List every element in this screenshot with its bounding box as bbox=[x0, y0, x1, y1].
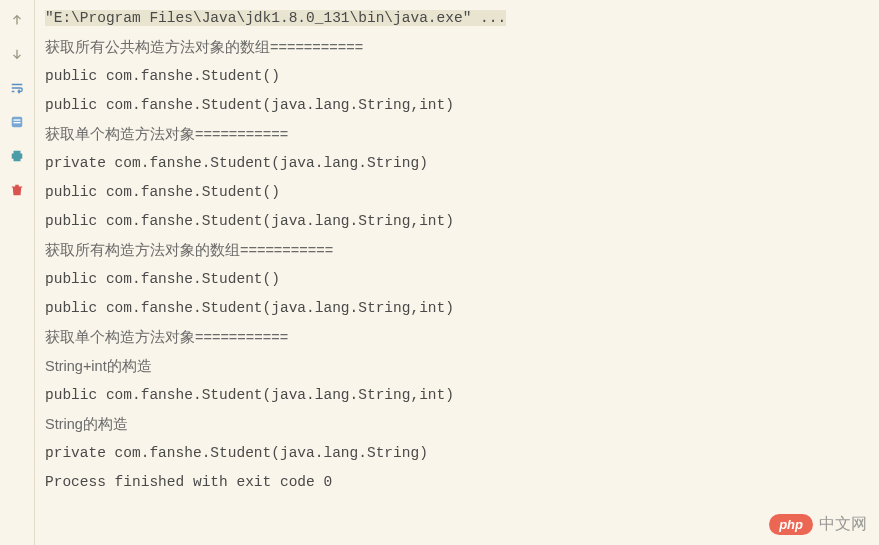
svg-rect-1 bbox=[14, 119, 21, 120]
console-gutter bbox=[0, 0, 35, 545]
output-line: 获取所有公共构造方法对象的数组=========== bbox=[45, 33, 869, 62]
output-line: public com.fanshe.Student(java.lang.Stri… bbox=[45, 381, 869, 410]
output-line: String+int的构造 bbox=[45, 352, 869, 381]
output-line: public com.fanshe.Student() bbox=[45, 62, 869, 91]
output-line: 获取所有构造方法对象的数组=========== bbox=[45, 236, 869, 265]
watermark-text: 中文网 bbox=[819, 514, 867, 535]
arrow-up-icon[interactable] bbox=[9, 12, 25, 28]
output-line: String的构造 bbox=[45, 410, 869, 439]
arrow-down-icon[interactable] bbox=[9, 46, 25, 62]
soft-wrap-icon[interactable] bbox=[9, 80, 25, 96]
console-panel: "E:\Program Files\Java\jdk1.8.0_131\bin\… bbox=[0, 0, 879, 545]
output-line: private com.fanshe.Student(java.lang.Str… bbox=[45, 149, 869, 178]
print-icon[interactable] bbox=[9, 148, 25, 164]
output-line: public com.fanshe.Student(java.lang.Stri… bbox=[45, 294, 869, 323]
output-line: private com.fanshe.Student(java.lang.Str… bbox=[45, 439, 869, 468]
command-line: "E:\Program Files\Java\jdk1.8.0_131\bin\… bbox=[45, 4, 869, 33]
scroll-to-end-icon[interactable] bbox=[9, 114, 25, 130]
output-line: 获取单个构造方法对象=========== bbox=[45, 323, 869, 352]
watermark: php 中文网 bbox=[769, 514, 867, 535]
output-line: public com.fanshe.Student(java.lang.Stri… bbox=[45, 207, 869, 236]
output-line: 获取单个构造方法对象=========== bbox=[45, 120, 869, 149]
output-line: public com.fanshe.Student(java.lang.Stri… bbox=[45, 91, 869, 120]
console-output[interactable]: "E:\Program Files\Java\jdk1.8.0_131\bin\… bbox=[35, 0, 879, 545]
output-line: public com.fanshe.Student() bbox=[45, 178, 869, 207]
svg-rect-2 bbox=[14, 122, 21, 123]
output-line: public com.fanshe.Student() bbox=[45, 265, 869, 294]
output-line: Process finished with exit code 0 bbox=[45, 468, 869, 497]
watermark-badge: php bbox=[769, 514, 813, 535]
trash-icon[interactable] bbox=[9, 182, 25, 198]
